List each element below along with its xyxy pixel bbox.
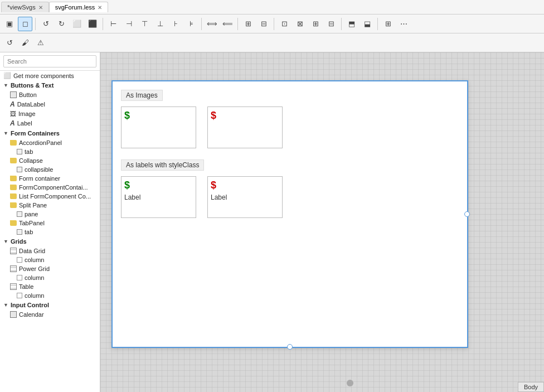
search-input[interactable] [3,55,96,67]
dist-h-button[interactable]: ⟺ [205,17,219,31]
sidebar-section-grids[interactable]: ▼ Grids [0,236,100,246]
tab-viewsvgs[interactable]: *viewSvgs ✕ [1,2,49,12]
warning-button[interactable]: ⚠ [33,36,48,50]
sidebar-item-list-form-component[interactable]: List FormComponent Co... [0,192,100,201]
rotate-left-button[interactable]: ↺ [38,17,53,31]
form-container-icon [10,176,17,181]
get-more-icon: ⬜ [3,72,11,79]
sidebar-item-pane-label: pane [25,211,38,217]
power-grid-column-icon [17,275,22,280]
sidebar-item-image-label: Image [18,110,36,117]
resize-handle-bottom[interactable] [287,344,293,350]
paint-button[interactable]: 🖌 [18,36,32,50]
sidebar-item-power-grid-column[interactable]: column [0,273,100,282]
images-row: $ $ [121,107,459,148]
toolbar-sep-6 [341,18,342,30]
more-1-button[interactable]: ⊡ [277,17,292,31]
sidebar-section-grids-label: Grids [11,238,27,245]
status-bar-label: Body [524,384,538,390]
image-box-1[interactable]: $ [121,107,196,148]
sidebar-item-collapsible[interactable]: collapsible [0,165,100,174]
as-labels-label: As labels with styleClass [121,159,204,171]
sidebar-item-data-grid-column[interactable]: column [0,255,100,264]
select-rect-button[interactable]: ▣ [2,17,17,31]
dollar-green-2: $ [124,180,130,191]
flip-v-button[interactable]: ⬛ [85,17,100,31]
resize-handle-right[interactable] [464,211,470,217]
extra-button[interactable]: ⋯ [396,17,411,31]
canvas-hscroll[interactable] [347,380,353,386]
sidebar-item-form-container[interactable]: Form container [0,174,100,183]
label-box-1-text: Label [124,193,140,201]
align-left-button[interactable]: ⊢ [106,17,120,31]
sidebar-item-tab-tabpanel[interactable]: tab [0,228,100,236]
more-2-button[interactable]: ⊠ [293,17,307,31]
section-arrow-form-containers: ▼ [3,130,8,136]
image-box-2[interactable]: $ [207,107,283,148]
labels-row: $ Label $ Label [121,176,459,218]
sidebar-item-tab-panel[interactable]: TabPanel [0,219,100,228]
table-button[interactable]: ⊞ [381,17,395,31]
select-box-button[interactable]: ◻ [18,17,32,31]
sidebar-item-collapse[interactable]: Collapse [0,156,100,165]
align-top-button[interactable]: ⊥ [153,17,167,31]
sidebar-item-accordion[interactable]: AccordionPanel [0,138,100,147]
label-box-2[interactable]: $ Label [207,176,283,218]
table-column-icon [17,293,22,298]
calendar-icon [10,311,17,318]
sidebar-item-table-label: Table [19,283,33,290]
sidebar-item-pane[interactable]: pane [0,210,100,219]
align-bottom-button[interactable]: ⊧ [184,17,198,31]
design-canvas[interactable]: As Images $ $ As labels with styleClass [111,80,468,348]
more-4-button[interactable]: ⊟ [324,17,338,31]
sidebar-section-buttons-text[interactable]: ▼ Buttons & Text [0,80,100,90]
sidebar-item-tab-accordion[interactable]: tab [0,147,100,156]
canvas-area[interactable]: As Images $ $ As labels with styleClass [100,52,544,392]
align-center-v-button[interactable]: ⊦ [168,17,183,31]
sidebar-item-table-column[interactable]: column [0,291,100,300]
sidebar-item-data-grid-label: Data Grid [19,248,45,254]
sidebar-item-label[interactable]: A Label [0,118,100,128]
sidebar-item-data-grid[interactable]: Data Grid [0,246,100,255]
tab-tabpanel-icon [17,229,22,235]
sidebar-section-form-containers[interactable]: ▼ Form Containers [0,128,100,138]
sidebar: ⬜ Get more components ▼ Buttons & Text B… [0,52,100,392]
ungroup-button[interactable]: ⊟ [256,17,271,31]
sidebar-section-form-containers-label: Form Containers [11,130,60,137]
more-3-button[interactable]: ⊞ [308,17,323,31]
align-right-button[interactable]: ⊤ [137,17,152,31]
section-arrow-input-control: ▼ [3,302,8,308]
sidebar-item-split-pane[interactable]: Split Pane [0,201,100,210]
align-center-h-button[interactable]: ⊣ [122,17,136,31]
main-layout: ⬜ Get more components ▼ Buttons & Text B… [0,52,544,392]
toolbar-sep-5 [274,18,274,30]
image-icon: 🖼 [10,110,16,117]
sidebar-item-list-form-component-label: List FormComponent Co... [19,193,91,200]
rotate-right-button[interactable]: ↻ [54,17,69,31]
sidebar-item-form-component-container[interactable]: FormComponentContai... [0,183,100,192]
group-button[interactable]: ⊞ [241,17,255,31]
data-grid-icon [10,248,17,254]
resize-1-button[interactable]: ⬒ [344,17,359,31]
toolbar-sep-7 [377,18,378,30]
label-box-1[interactable]: $ Label [121,176,196,218]
sidebar-item-form-container-label: Form container [19,175,60,182]
sidebar-item-power-grid[interactable]: Power Grid [0,264,100,273]
sidebar-item-get-more-label: Get more components [13,72,74,79]
tab-svgforum[interactable]: svgForum.less ✕ [49,2,109,12]
resize-2-button[interactable]: ⬓ [360,17,375,31]
tab-viewsvgs-close[interactable]: ✕ [38,4,43,11]
sidebar-item-button-label: Button [19,91,37,98]
flip-h-button[interactable]: ⬜ [70,17,84,31]
sidebar-item-datalabel[interactable]: A DataLabel [0,99,100,109]
as-labels-section: As labels with styleClass $ Label $ Labe… [121,159,459,218]
sidebar-item-table[interactable]: Table [0,282,100,291]
refresh-button[interactable]: ↺ [2,36,17,50]
sidebar-item-button[interactable]: Button [0,90,100,99]
sidebar-item-image[interactable]: 🖼 Image [0,109,100,118]
tab-svgforum-close[interactable]: ✕ [98,4,102,11]
sidebar-item-calendar[interactable]: Calendar [0,310,100,319]
sidebar-item-get-more[interactable]: ⬜ Get more components [0,71,100,80]
sidebar-section-input-control[interactable]: ▼ Input Control [0,300,100,310]
dist-v-button[interactable]: ⟸ [220,17,235,31]
